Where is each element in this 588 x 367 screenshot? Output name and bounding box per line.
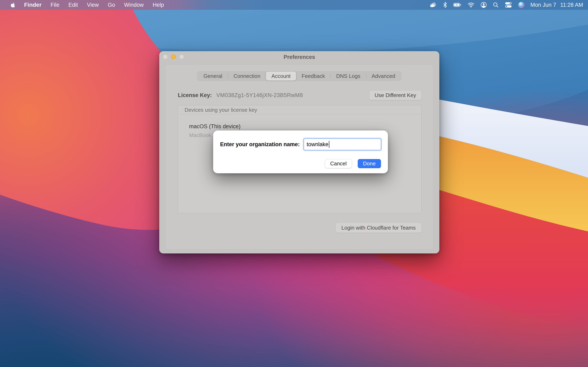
tab-bar: General Connection Account Feedback DNS … [197, 71, 401, 81]
license-key-value: VM038Zg1-5Y146jXN-23B5RwM8 [216, 92, 303, 99]
cancel-button[interactable]: Cancel [325, 159, 352, 168]
text-cursor [329, 141, 329, 148]
menu-bar-clock[interactable]: Mon Jun 7 11:28 AM [527, 2, 583, 8]
organization-name-input[interactable]: townlake [304, 139, 381, 150]
license-row: License Key: VM038Zg1-5Y146jXN-23B5RwM8 … [178, 90, 422, 101]
done-button[interactable]: Done [358, 159, 381, 168]
tab-dns-logs[interactable]: DNS Logs [331, 72, 366, 80]
tab-advanced[interactable]: Advanced [366, 72, 401, 80]
siri-icon[interactable] [515, 0, 527, 10]
dialog-buttons: Cancel Done [325, 159, 381, 168]
login-with-teams-button[interactable]: Login with Cloudflare for Teams [336, 223, 422, 233]
device-name: macOS (This device) [189, 123, 241, 130]
apple-icon [11, 2, 15, 8]
bluetooth-icon[interactable] [440, 0, 450, 10]
use-different-key-button[interactable]: Use Different Key [369, 90, 422, 100]
window-title: Preferences [159, 51, 439, 63]
menu-view[interactable]: View [82, 0, 103, 10]
menu-app-name[interactable]: Finder [20, 0, 46, 10]
spotlight-search-icon[interactable] [490, 0, 502, 10]
wifi-icon[interactable] [465, 0, 477, 10]
battery-icon[interactable] [450, 0, 465, 10]
menu-help[interactable]: Help [148, 0, 169, 10]
organization-name-value: townlake [307, 141, 329, 148]
organization-name-label: Enter your organization name: [220, 141, 300, 148]
license-key-label: License Key: [178, 92, 212, 99]
title-bar[interactable]: Preferences [159, 51, 439, 63]
menu-edit[interactable]: Edit [64, 0, 82, 10]
tab-connection[interactable]: Connection [228, 72, 266, 80]
apple-menu[interactable] [6, 0, 20, 10]
control-center-icon[interactable] [502, 0, 515, 10]
menu-go[interactable]: Go [103, 0, 120, 10]
devices-table-header: Devices using your license key [178, 105, 421, 114]
tab-feedback[interactable]: Feedback [296, 72, 330, 80]
cloudflare-icon[interactable] [426, 0, 440, 10]
tab-general[interactable]: General [198, 72, 228, 80]
menu-window[interactable]: Window [120, 0, 148, 10]
organization-dialog: Enter your organization name: townlake C… [213, 131, 388, 173]
menu-bar-left: Finder File Edit View Go Window Help [0, 0, 168, 10]
desktop: { "menu_bar": { "app_name": "Finder", "m… [0, 0, 588, 367]
tab-account[interactable]: Account [266, 72, 296, 81]
menu-bar-time: 11:28 AM [560, 2, 583, 8]
menu-bar-status: Mon Jun 7 11:28 AM [426, 0, 588, 10]
menu-bar: Finder File Edit View Go Window Help [0, 0, 588, 10]
user-account-icon[interactable] [477, 0, 490, 10]
menu-bar-date: Mon Jun 7 [530, 2, 556, 8]
menu-file[interactable]: File [46, 0, 64, 10]
dialog-input-row: Enter your organization name: townlake [220, 138, 381, 150]
